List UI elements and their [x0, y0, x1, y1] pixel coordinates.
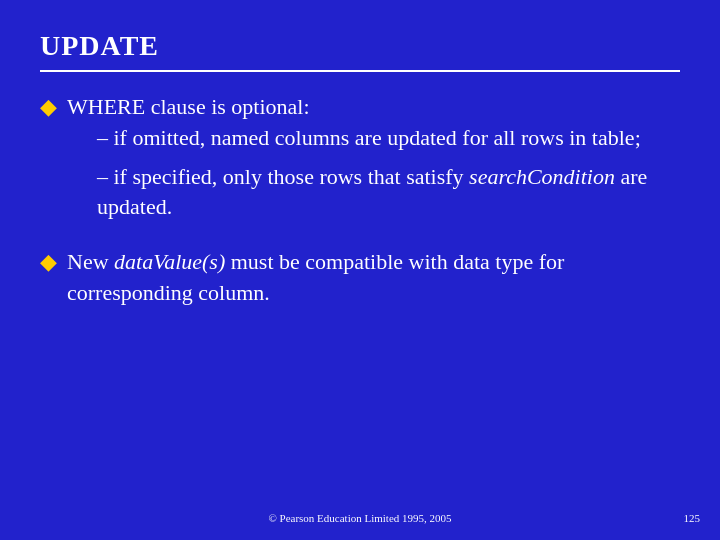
bullet-new: ◆ New dataValue(s) must be compatible wi…	[40, 247, 680, 309]
bullet-where-text: WHERE clause is optional:	[67, 94, 310, 119]
bullet-where-content: WHERE clause is optional: – if omitted, …	[67, 92, 680, 231]
content-area: ◆ WHERE clause is optional: – if omitted…	[40, 92, 680, 309]
bullet-new-text1: New	[67, 249, 114, 274]
page-number: 125	[684, 512, 701, 524]
diamond-icon-1: ◆	[40, 94, 57, 120]
sub-bullet-specified: – if specified, only those rows that sat…	[97, 162, 680, 224]
slide-title: UPDATE	[40, 30, 159, 61]
title-section: UPDATE	[40, 30, 680, 72]
footer-text: © Pearson Education Limited 1995, 2005	[268, 512, 451, 524]
bullet-where: ◆ WHERE clause is optional: – if omitted…	[40, 92, 680, 231]
diamond-icon-2: ◆	[40, 249, 57, 275]
footer: © Pearson Education Limited 1995, 2005	[0, 512, 720, 524]
bullet-new-italic: dataValue(s)	[114, 249, 225, 274]
sub-bullet-omitted-text: if omitted, named columns are updated fo…	[114, 125, 641, 150]
sub-specified-italic: searchCondition	[469, 164, 615, 189]
sub-bullet-omitted: – if omitted, named columns are updated …	[97, 123, 680, 154]
slide-container: UPDATE ◆ WHERE clause is optional: – if …	[0, 0, 720, 540]
bullet-new-content: New dataValue(s) must be compatible with…	[67, 247, 680, 309]
sub-dash-1: –	[97, 125, 114, 150]
sub-specified-text1: if specified, only those rows that satis…	[114, 164, 470, 189]
sub-dash-2: –	[97, 164, 114, 189]
